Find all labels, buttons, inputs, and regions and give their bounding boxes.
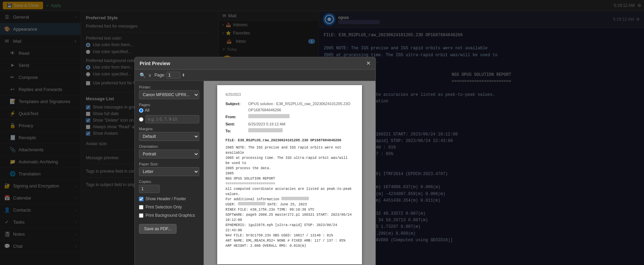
pages-row: Pages: All (139, 103, 199, 123)
orientation-row: Orientation: Portrait (139, 144, 199, 159)
preview-line-6: ======================== (225, 181, 354, 186)
preview-sent-field: Sent: 6/25/2023 5:19:12 AM (225, 121, 354, 128)
preview-subject-value: OPUS solution : E38_RS2PLUS_raw_20230624… (248, 101, 354, 113)
copies-row: Copies: (139, 180, 199, 193)
paper-size-row: Paper Size: Letter (139, 162, 199, 176)
margins-select[interactable]: Default (139, 132, 199, 141)
pages-custom-input[interactable] (145, 115, 199, 123)
paper-size-label: Paper Size: (139, 162, 199, 166)
background-graphics-label: Print Background Graphics (145, 213, 195, 218)
preview-sent-value: 6/25/2023 5:19:12 AM (248, 121, 285, 128)
copies-input[interactable] (139, 185, 160, 193)
search-icon: 🔍 (140, 72, 145, 78)
print-selection-label: Print Selection Only (145, 205, 182, 210)
preview-sent-label: Sent: (225, 121, 246, 128)
orientation-select[interactable]: Portrait (139, 150, 199, 159)
preview-line-0: 2005 NOTE: The IGS precise and IGS rapid… (225, 145, 354, 155)
pages-all-text: All (145, 108, 149, 113)
printer-row: Printer: Canon MF8500C UFRII... (139, 85, 199, 99)
pages-radio-group: All (139, 108, 199, 113)
preview-subject-label: Subject: (225, 101, 246, 113)
modal-title-bar: Print Preview ✕ (135, 57, 375, 70)
preview-line-16: NAV FILE: brdc1750.23n OBS USED: 10617 /… (225, 233, 354, 238)
check-background-graphics-row[interactable]: Print Background Graphics (139, 213, 199, 218)
preview-date: 6/25/2023 (225, 92, 354, 98)
blurred-span (281, 197, 309, 200)
page-nav: Page: ⬍ (154, 72, 185, 79)
page-stepper-icon[interactable]: ⬍ (182, 73, 185, 78)
preview-from-field: From: (225, 114, 354, 120)
preview-line-9: For additional information (225, 197, 354, 202)
modal-toolbar: 🔍 ∨ Page: ⬍ (135, 70, 375, 81)
preview-line-3: 2005 (225, 171, 354, 176)
preview-to-value (248, 128, 283, 132)
preview-from-value (248, 114, 290, 118)
pages-all-label[interactable]: All (139, 108, 149, 113)
blurred-span (238, 202, 265, 205)
preview-from-label: From: (225, 114, 246, 120)
check-header-footer-row[interactable]: Show Header / Footer (139, 196, 199, 201)
pages-custom-label[interactable] (139, 117, 143, 122)
check-print-selection-row[interactable]: Print Selection Only (139, 205, 199, 210)
preview-line-1: 2005 at processing time. The IGS ultra-r… (225, 155, 354, 166)
page-label: Page: (154, 73, 165, 78)
modal-body: Printer: Canon MF8500C UFRII... Pages: A… (135, 81, 375, 265)
modal-settings-sidebar: Printer: Canon MF8500C UFRII... Pages: A… (135, 81, 204, 265)
pages-label: Pages: (139, 103, 199, 107)
header-footer-checkbox[interactable] (139, 197, 143, 201)
preview-line-8: All computed coordinate accuracies are l… (225, 186, 354, 197)
preview-line-18: ARP HEIGHT: 2.000 OVERALL RMS: 0.019(m) (225, 243, 354, 248)
save-pdf-button[interactable]: Save as PDF... (139, 224, 177, 234)
preview-line-17: ANT NAME: EML_REACH_RS2+ NONE # FIXED AM… (225, 238, 354, 243)
preview-body: FILE: E38_RS2PLUS_raw_20230624101205.23O… (225, 138, 354, 248)
preview-page: 6/25/2023 Subject: OPUS solution : E38_R… (217, 85, 362, 264)
preview-line-5: NGS OPUS SOLUTION REPORT (225, 176, 354, 181)
preview-file-line: FILE: E38_RS2PLUS_raw_20230624101205.23O… (225, 138, 354, 143)
printer-select[interactable]: Canon MF8500C UFRII... (139, 90, 199, 99)
copies-label: Copies: (139, 180, 199, 184)
print-preview-modal: Print Preview ✕ 🔍 ∨ Page: ⬍ Printer: Can… (134, 57, 376, 265)
modal-overlay: Print Preview ✕ 🔍 ∨ Page: ⬍ Printer: Can… (0, 0, 644, 265)
preview-to-label: To: (225, 128, 246, 134)
pages-all-radio[interactable] (139, 108, 143, 113)
margins-label: Margins: (139, 127, 199, 131)
preview-line-14: SOFTWARE: page5 2008.25 master272.pl 160… (225, 212, 354, 223)
header-footer-label: Show Header / Footer (145, 196, 186, 201)
print-selection-checkbox[interactable] (139, 205, 143, 210)
preview-line-12: RINEX FILE: e38_175k.23o TIME: 09:18:38 … (225, 207, 354, 212)
preview-to-field: To: (225, 128, 354, 134)
modal-close-button[interactable]: ✕ (366, 60, 371, 67)
preview-line-15: EPHEMERIS: igu22676.eph [ultra-rapid] ST… (225, 223, 354, 233)
preview-body-lines: 2005 NOTE: The IGS precise and IGS rapid… (225, 145, 354, 248)
modal-sidebar-actions: Save as PDF... (139, 224, 199, 234)
paper-size-select[interactable]: Letter (139, 167, 199, 176)
toolbar-chevron-icon: ∨ (148, 73, 152, 78)
modal-title: Print Preview (140, 61, 170, 66)
background-graphics-checkbox[interactable] (139, 213, 143, 218)
orientation-label: Orientation: (139, 144, 199, 149)
page-number-input[interactable] (167, 72, 180, 79)
preview-line-2: 2005 process the data. (225, 166, 354, 171)
printer-label: Printer: (139, 85, 199, 89)
pages-custom-radio[interactable] (139, 117, 143, 122)
preview-subject-field: Subject: OPUS solution : E38_RS2PLUS_raw… (225, 101, 354, 113)
preview-line-11: USER: DATE: June 25, 2023 (225, 202, 354, 207)
modal-preview-area: 6/25/2023 Subject: OPUS solution : E38_R… (204, 81, 375, 265)
margins-row: Margins: Default (139, 127, 199, 141)
